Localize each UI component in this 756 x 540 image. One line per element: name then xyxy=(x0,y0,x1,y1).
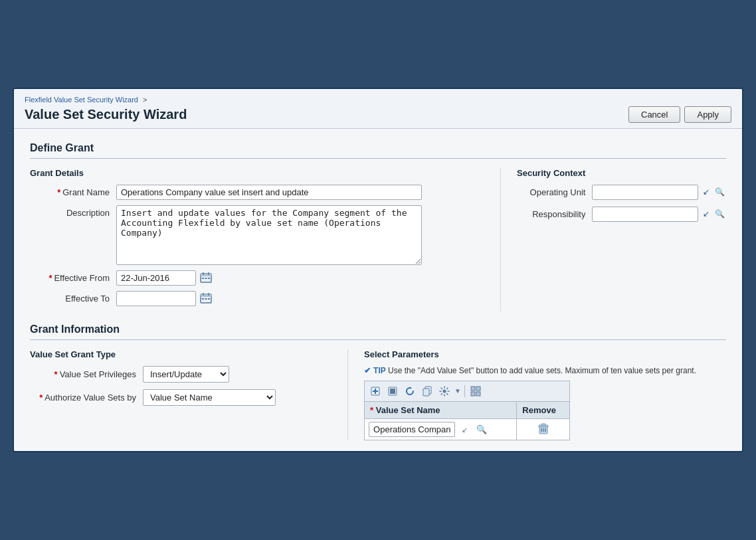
security-context-title: Security Context xyxy=(517,168,726,178)
operating-unit-input[interactable] xyxy=(592,185,698,200)
svg-rect-8 xyxy=(201,294,211,297)
grant-information-title: Grant Information xyxy=(30,323,726,335)
value-set-privileges-row: *Value Set Privileges Insert/Update View… xyxy=(30,366,331,383)
value-set-name-cell: ↙ 🔍 xyxy=(365,418,517,440)
authorize-by-select[interactable]: Value Set Name Value Set ID xyxy=(143,389,276,406)
header-buttons: Cancel Apply xyxy=(628,106,731,123)
effective-from-calendar-icon[interactable] xyxy=(199,270,213,285)
value-set-clear-icon[interactable]: ↙ xyxy=(458,422,472,437)
security-context-col: Security Context Operating Unit ↙ 🔍 Resp… xyxy=(500,168,726,312)
operating-unit-label: Operating Unit xyxy=(517,187,592,197)
toolbar-add-button[interactable] xyxy=(367,383,383,399)
svg-rect-21 xyxy=(423,389,429,396)
grant-info-inner: Value Set Grant Type *Value Set Privileg… xyxy=(30,349,726,441)
tip-label: TIP xyxy=(373,366,386,375)
grant-name-label: *Grant Name xyxy=(30,185,116,197)
value-set-table: * Value Set Name Remove ↙ 🔍 xyxy=(364,401,570,441)
svg-rect-23 xyxy=(471,387,475,391)
toolbar-separator xyxy=(464,385,465,397)
svg-rect-25 xyxy=(471,392,475,396)
description-row: Description Insert and update values for… xyxy=(30,205,484,265)
table-row: ↙ 🔍 xyxy=(365,418,570,440)
value-set-privileges-label: *Value Set Privileges xyxy=(30,369,143,379)
operating-unit-clear-icon[interactable]: ↙ xyxy=(700,185,712,199)
value-set-privileges-select[interactable]: Insert/Update View Only xyxy=(143,366,229,383)
header-row: Value Set Security Wizard Cancel Apply xyxy=(25,106,731,123)
page-title: Value Set Security Wizard xyxy=(25,107,187,122)
svg-rect-13 xyxy=(208,298,210,300)
col-value-set-name: * Value Set Name xyxy=(365,401,517,418)
select-parameters-col: Select Parameters ✔TIP Use the "Add Valu… xyxy=(347,349,726,441)
toolbar-grid-button[interactable] xyxy=(468,383,484,399)
grant-name-star: * xyxy=(57,187,60,197)
svg-rect-32 xyxy=(541,424,545,426)
define-grant-title: Define Grant xyxy=(30,142,726,154)
svg-rect-1 xyxy=(201,274,211,276)
vsgtype-title: Value Set Grant Type xyxy=(30,349,331,359)
grant-details-col: Grant Details *Grant Name Description In… xyxy=(30,168,500,312)
col-remove: Remove xyxy=(517,401,570,418)
responsibility-input[interactable] xyxy=(592,207,698,222)
authorize-by-label: *Authorize Value Sets by xyxy=(30,393,143,403)
vsn-required-star: * xyxy=(370,405,376,415)
breadcrumb: Flexfield Value Set Security Wizard > xyxy=(25,96,731,104)
grant-details-title: Grant Details xyxy=(30,168,484,178)
effective-from-input[interactable] xyxy=(116,270,196,286)
effective-from-label: *Effective From xyxy=(30,270,116,283)
description-textarea[interactable]: Insert and update values for the Company… xyxy=(116,205,422,265)
svg-point-22 xyxy=(443,389,446,393)
value-set-grant-type-col: Value Set Grant Type *Value Set Privileg… xyxy=(30,349,347,441)
responsibility-clear-icon[interactable]: ↙ xyxy=(700,207,712,221)
responsibility-label: Responsibility xyxy=(517,209,592,219)
authorize-by-row: *Authorize Value Sets by Value Set Name … xyxy=(30,389,331,406)
responsibility-search-icon[interactable]: 🔍 xyxy=(713,207,726,221)
svg-rect-24 xyxy=(476,387,480,391)
svg-rect-6 xyxy=(208,278,210,279)
settings-dropdown-arrow[interactable]: ▼ xyxy=(454,387,461,395)
define-grant-section: Define Grant Grant Details *Grant Name xyxy=(30,142,726,312)
param-toolbar: ▼ xyxy=(364,381,570,401)
cancel-button[interactable]: Cancel xyxy=(628,106,680,123)
breadcrumb-parent-link[interactable]: Flexfield Value Set Security Wizard xyxy=(25,96,138,104)
svg-marker-19 xyxy=(410,387,412,389)
description-label: Description xyxy=(30,205,116,218)
remove-row-button[interactable] xyxy=(536,422,551,436)
operating-unit-row: Operating Unit ↙ 🔍 xyxy=(517,185,726,200)
grant-name-input[interactable] xyxy=(116,185,422,200)
breadcrumb-separator: > xyxy=(143,96,147,104)
value-set-name-input[interactable] xyxy=(369,422,455,437)
responsibility-row: Responsibility ↙ 🔍 xyxy=(517,207,726,222)
tip-icon: ✔ xyxy=(364,366,371,375)
svg-rect-26 xyxy=(476,392,480,396)
effective-to-input[interactable] xyxy=(116,291,196,306)
page-header: Flexfield Value Set Security Wizard > Va… xyxy=(14,89,742,129)
eff-from-star: * xyxy=(48,273,52,283)
page-content: Define Grant Grant Details *Grant Name xyxy=(14,129,742,452)
effective-to-row: Effective To xyxy=(30,291,484,306)
svg-rect-5 xyxy=(205,278,207,279)
svg-rect-18 xyxy=(390,389,395,394)
grant-name-row: *Grant Name xyxy=(30,185,484,200)
define-grant-cols: Grant Details *Grant Name Description In… xyxy=(30,168,726,312)
select-params-title: Select Parameters xyxy=(364,349,726,359)
operating-unit-search-icon[interactable]: 🔍 xyxy=(713,185,726,199)
main-container: Flexfield Value Set Security Wizard > Va… xyxy=(13,88,743,453)
define-grant-divider xyxy=(30,158,726,159)
toolbar-select-all-button[interactable] xyxy=(385,383,401,399)
tip-box: ✔TIP Use the "Add Value Set" button to a… xyxy=(364,366,726,375)
remove-cell xyxy=(517,418,570,440)
svg-rect-4 xyxy=(202,278,204,279)
toolbar-refresh-button[interactable] xyxy=(402,383,418,399)
toolbar-copy-button[interactable] xyxy=(419,383,435,399)
svg-rect-11 xyxy=(202,298,204,300)
vsp-star: * xyxy=(54,369,58,379)
grant-information-section: Grant Information Value Set Grant Type *… xyxy=(30,323,726,441)
value-set-search-icon[interactable]: 🔍 xyxy=(474,422,489,436)
svg-rect-12 xyxy=(205,298,207,300)
effective-to-calendar-icon[interactable] xyxy=(199,291,213,306)
apply-button[interactable]: Apply xyxy=(684,106,731,123)
grant-information-divider xyxy=(30,339,726,340)
effective-from-row: *Effective From xyxy=(30,270,484,286)
table-header-row: * Value Set Name Remove xyxy=(365,401,570,418)
toolbar-settings-button[interactable] xyxy=(436,383,452,399)
